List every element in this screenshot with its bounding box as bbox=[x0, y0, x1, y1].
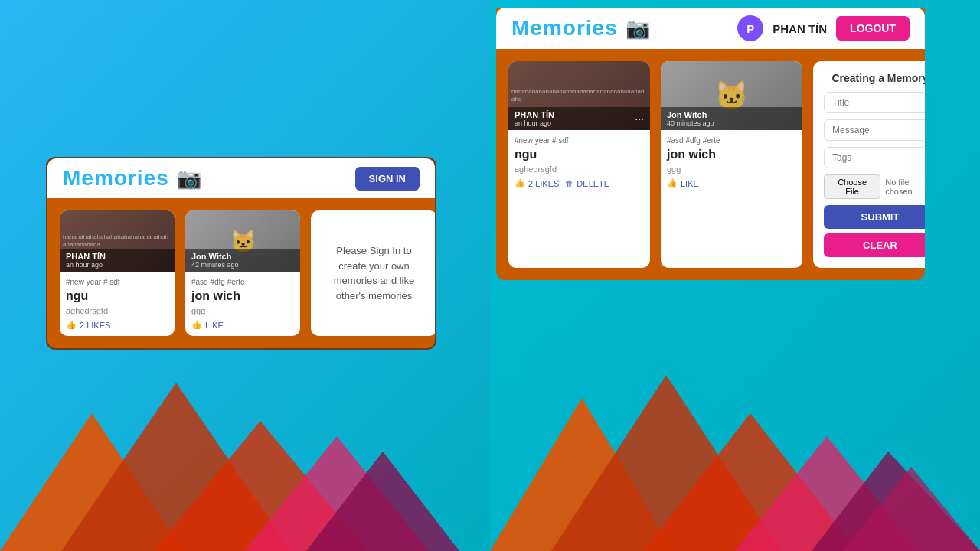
card-image-2: 🐱 Jon Witch 42 minutes ago bbox=[185, 210, 300, 272]
mountains-decoration bbox=[0, 337, 980, 551]
card-tags-2: #asd #dfg #erte bbox=[191, 278, 294, 286]
right-header: Memories 📷 P PHAN TÍN LOGOUT bbox=[496, 8, 925, 49]
right-card-user-info-1: PHAN TÍN an hour ago ··· bbox=[508, 107, 650, 130]
card-image-1: hahahahahahahahahahahahahahahahahahahaha… bbox=[60, 210, 175, 272]
right-card-user-name-2: Jon Witch bbox=[667, 110, 714, 119]
right-likes-count-1: 2 LIKES bbox=[528, 179, 559, 188]
right-card-message-2: ggg bbox=[667, 165, 796, 174]
card-tags-1: #new year # sdf bbox=[66, 278, 168, 286]
right-card-user-name-1: PHAN TÍN bbox=[514, 110, 554, 119]
card-message-1: aghedrsgfd bbox=[66, 306, 168, 315]
right-haha-text-1: hahahahahahahahahahahahahahahahahahahaha… bbox=[511, 88, 647, 103]
right-card-title-2: jon wich bbox=[667, 148, 796, 161]
message-input[interactable] bbox=[824, 119, 925, 141]
card-user-details-2: Jon Witch 42 minutes ago bbox=[191, 252, 239, 269]
left-panel: Memories 📷 SIGN IN hahahahahahahahahahah… bbox=[46, 157, 436, 350]
right-card-body-2: #asd #dfg #erte jon wich ggg 👍 LIKE bbox=[661, 130, 802, 194]
card-actions-1: 👍 2 LIKES bbox=[66, 320, 168, 330]
card-user-time-2: 42 minutes ago bbox=[191, 261, 239, 269]
left-logo-emoji: 📷 bbox=[177, 167, 201, 191]
right-memory-card-2: 🐱 Jon Witch 40 minutes ago #asd #dfg #er… bbox=[661, 61, 802, 268]
right-card-user-info-2: Jon Witch 40 minutes ago bbox=[661, 107, 802, 130]
right-like-button-1[interactable]: 👍 2 LIKES bbox=[514, 178, 559, 188]
right-card-tags-1: #new year # sdf bbox=[514, 136, 644, 145]
tags-input[interactable] bbox=[824, 147, 925, 168]
submit-button[interactable]: SUBMIT bbox=[824, 205, 925, 229]
choose-file-button[interactable]: Choose File bbox=[824, 174, 880, 199]
card-user-time-1: an hour ago bbox=[66, 261, 106, 269]
trash-icon-1: 🗑 bbox=[565, 179, 573, 188]
left-memory-card-1: hahahahahahahahahahahahahahahahahahahaha… bbox=[60, 210, 175, 336]
clear-button[interactable]: CLEAR bbox=[824, 233, 925, 257]
right-app-title: Memories bbox=[511, 16, 618, 41]
right-like-button-2[interactable]: 👍 LIKE bbox=[667, 178, 699, 188]
card-body-2: #asd #dfg #erte jon wich ggg 👍 LIKE bbox=[185, 272, 300, 336]
sign-in-button[interactable]: SIGN IN bbox=[355, 167, 420, 191]
card-title-1: ngu bbox=[66, 289, 168, 303]
right-card-actions-2: 👍 LIKE bbox=[667, 178, 796, 188]
card-user-name-2: Jon Witch bbox=[191, 252, 239, 261]
signin-prompt-text: Please Sign In to create your own memori… bbox=[326, 243, 422, 303]
right-like-label-2: LIKE bbox=[681, 179, 699, 188]
right-card-user-time-2: 40 minutes ago bbox=[667, 119, 714, 127]
right-card-tags-2: #asd #dfg #erte bbox=[667, 136, 796, 145]
card-user-info-1: PHAN TÍN an hour ago bbox=[60, 249, 175, 272]
card-message-2: ggg bbox=[191, 306, 294, 315]
right-card-body-1: #new year # sdf ngu aghedrsgfd 👍 2 LIKES… bbox=[508, 130, 650, 194]
right-card-actions-1: 👍 2 LIKES 🗑 DELETE bbox=[514, 178, 644, 188]
left-header: Memories 📷 SIGN IN bbox=[47, 158, 435, 198]
right-card-user-details-1: PHAN TÍN an hour ago bbox=[514, 110, 554, 127]
create-panel-title: Creating a Memory bbox=[824, 72, 925, 84]
likes-count-1: 2 LIKES bbox=[80, 321, 110, 330]
title-input[interactable] bbox=[824, 92, 925, 113]
delete-label-1: DELETE bbox=[577, 179, 609, 188]
card-title-2: jon wich bbox=[191, 289, 294, 303]
card-dots-menu-1[interactable]: ··· bbox=[635, 112, 644, 125]
thumbs-up-icon-2: 👍 bbox=[191, 320, 202, 330]
username-label: PHAN TÍN bbox=[773, 22, 827, 35]
create-memory-panel: Creating a Memory Choose File No file ch… bbox=[813, 61, 925, 268]
left-content-area: hahahahahahahahahahahahahahahahahahahaha… bbox=[47, 198, 435, 348]
left-like-button-2[interactable]: 👍 LIKE bbox=[191, 320, 224, 330]
right-card-user-details-2: Jon Witch 40 minutes ago bbox=[667, 110, 714, 127]
left-header-right: SIGN IN bbox=[355, 167, 420, 191]
card-user-details-1: PHAN TÍN an hour ago bbox=[66, 252, 106, 269]
right-card-image-2: 🐱 Jon Witch 40 minutes ago bbox=[661, 61, 802, 130]
thumbs-up-icon-1: 👍 bbox=[66, 320, 77, 330]
right-content-area: hahahahahahahahahahahahahahahahahahahaha… bbox=[496, 49, 925, 280]
left-like-button-1[interactable]: 👍 2 LIKES bbox=[66, 320, 110, 330]
right-panel: Memories 📷 P PHAN TÍN LOGOUT hahahahahah… bbox=[496, 8, 925, 280]
right-card-image-1: hahahahahahahahahahahahahahahahahahahaha… bbox=[508, 61, 650, 130]
haha-text-1: hahahahahahahahahahahahahahahahahahahaha… bbox=[63, 233, 172, 248]
right-card-title-1: ngu bbox=[514, 148, 644, 161]
card-body-1: #new year # sdf ngu aghedrsgfd 👍 2 LIKES bbox=[60, 272, 175, 336]
user-avatar: P bbox=[737, 15, 763, 41]
card-actions-2: 👍 LIKE bbox=[191, 320, 294, 330]
card-user-name-1: PHAN TÍN bbox=[66, 252, 106, 261]
right-header-right: P PHAN TÍN LOGOUT bbox=[737, 15, 910, 41]
right-memory-card-1: hahahahahahahahahahahahahahahahahahahaha… bbox=[508, 61, 650, 268]
right-card-message-1: aghedrsgfd bbox=[514, 165, 644, 174]
left-app-title: Memories bbox=[63, 166, 169, 191]
left-memory-card-2: 🐱 Jon Witch 42 minutes ago #asd #dfg #er… bbox=[185, 210, 300, 336]
file-input-row: Choose File No file chosen bbox=[824, 174, 925, 199]
right-thumbs-up-icon-2: 👍 bbox=[667, 178, 678, 188]
signin-prompt-card: Please Sign In to create your own memori… bbox=[311, 210, 436, 336]
logout-button[interactable]: LOGOUT bbox=[836, 16, 910, 41]
right-logo-emoji: 📷 bbox=[626, 17, 650, 41]
card-user-info-2: Jon Witch 42 minutes ago bbox=[185, 249, 300, 272]
right-thumbs-up-icon-1: 👍 bbox=[514, 178, 525, 188]
file-status-label: No file chosen bbox=[885, 178, 925, 196]
right-card-user-time-1: an hour ago bbox=[514, 119, 554, 127]
right-delete-button-1[interactable]: 🗑 DELETE bbox=[565, 179, 609, 188]
likes-label-2: LIKE bbox=[205, 321, 224, 330]
